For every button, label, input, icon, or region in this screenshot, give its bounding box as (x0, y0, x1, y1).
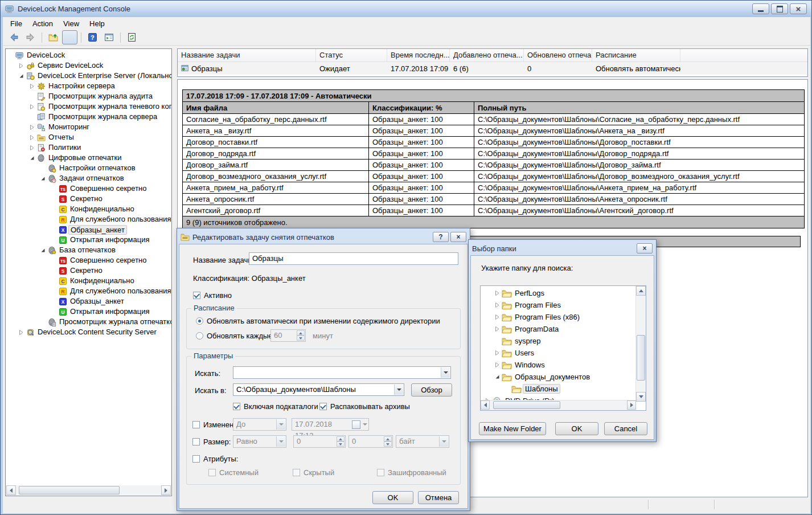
folder-tree-item[interactable]: Шаблоны (481, 383, 636, 395)
tree-expander-icon[interactable] (19, 73, 26, 79)
folder-tree-item[interactable]: Program Files (481, 299, 636, 311)
active-checkbox-row[interactable]: Активно (193, 291, 232, 300)
tree-item[interactable]: TSСовершенно секретно (6, 255, 171, 265)
auto-update-radio-row[interactable]: Обновлять автоматически при изменении со… (196, 317, 440, 325)
toolbar-help-button[interactable]: ? (85, 30, 100, 44)
minimize-button[interactable] (752, 3, 769, 14)
tree-item[interactable]: DeviceLock Content Security Server (6, 327, 171, 337)
folder-tree-item[interactable]: Program Files (x86) (481, 311, 636, 323)
tree-item[interactable]: UОткрытая информация (6, 306, 171, 317)
tree-expander-icon[interactable] (495, 290, 502, 296)
table-row[interactable]: Анкета_прием_на_работу.rtfОбразцы_анкет:… (183, 182, 805, 194)
tree-item[interactable]: Задачи отпечатков (6, 173, 171, 183)
include-subfolders-row[interactable]: Включая подкаталоги (233, 402, 318, 411)
unpack-archives-row[interactable]: Распаковывать архивы (319, 402, 410, 411)
folder-tree-item[interactable]: Windows (481, 359, 636, 371)
interval-radio-row[interactable]: Обновлять каждые (196, 332, 273, 340)
scroll-down-button[interactable] (636, 392, 646, 402)
dropdown-arrow-icon[interactable] (394, 385, 403, 395)
tree-item[interactable]: RДля служебного пользования (6, 286, 171, 296)
tree-expander-icon[interactable] (30, 124, 37, 130)
column-header-last-time[interactable]: Время последн... (387, 49, 450, 62)
snapshot-column-header[interactable]: Полный путь (474, 102, 805, 114)
size-checkbox[interactable] (192, 438, 200, 445)
tree-horizontal-scrollbar[interactable] (6, 485, 171, 495)
make-new-folder-button[interactable]: Make New Folder (479, 422, 546, 435)
tree-item[interactable]: Мониторинг (6, 122, 171, 132)
tree-item[interactable]: SСекретно (6, 265, 171, 276)
scroll-thumb[interactable] (19, 486, 120, 494)
tree-item[interactable]: База отпечатков (6, 245, 171, 255)
scroll-right-button[interactable] (161, 485, 171, 495)
modified-op-combobox[interactable]: До (233, 418, 286, 431)
modified-row[interactable]: Изменен: (192, 420, 236, 429)
scroll-left-button[interactable] (481, 400, 490, 410)
attr-encrypted-row[interactable]: Зашифрованный (377, 468, 446, 477)
modified-datetime-field[interactable]: 17.07.2018 17:12 (292, 418, 369, 431)
column-header-added[interactable]: Добавлено отпеча... (450, 49, 524, 62)
tree-expander-icon[interactable] (30, 145, 37, 151)
tree-expander-icon[interactable] (495, 374, 502, 380)
include-subfolders-checkbox[interactable] (233, 403, 240, 410)
tree-expander-icon[interactable] (495, 326, 502, 332)
tree-item[interactable]: Сервис DeviceLock (6, 60, 171, 71)
scroll-right-button[interactable] (627, 400, 636, 410)
attr-system-checkbox[interactable] (208, 469, 216, 476)
toolbar-up-folder-button[interactable] (46, 30, 61, 44)
folder-vertical-scrollbar[interactable] (635, 286, 646, 401)
dialog-close-button[interactable]: × (637, 243, 653, 254)
toolbar-forward-button[interactable] (23, 30, 38, 44)
interval-spinner[interactable]: 60 (270, 329, 306, 342)
attr-hidden-checkbox[interactable] (293, 469, 300, 476)
menu-view[interactable]: View (58, 18, 84, 29)
column-header-status[interactable]: Статус (316, 49, 387, 62)
active-checkbox[interactable] (193, 292, 200, 299)
folder-cancel-button[interactable]: Cancel (604, 422, 647, 435)
tree-item[interactable]: Настройки сервера (6, 81, 171, 91)
snapshot-column-header[interactable]: Классификации: % (369, 102, 474, 114)
attr-system-row[interactable]: Системный (208, 468, 259, 477)
tree-item[interactable]: Просмотрщик журнала отпечатков (6, 317, 171, 327)
size-row[interactable]: Размер: (192, 438, 231, 446)
tree-expander-icon[interactable] (40, 175, 48, 182)
column-header-schedule[interactable]: Расписание (592, 49, 680, 62)
tree-item[interactable]: RДля служебного пользования (6, 214, 171, 224)
tree-item[interactable]: Настройки отпечатков (6, 163, 171, 173)
tree-item[interactable]: XОбразцы_анкет (6, 224, 171, 235)
cancel-button[interactable]: Отмена (418, 491, 459, 504)
tree-item[interactable]: Просмотрщик журнала сервера (6, 112, 171, 122)
close-button[interactable]: × (790, 3, 807, 14)
dialog-help-button[interactable]: ? (433, 232, 449, 242)
menu-file[interactable]: File (5, 18, 27, 29)
scroll-left-button[interactable] (6, 485, 16, 495)
size-max-spinner[interactable]: 0 (348, 435, 393, 448)
tree-item[interactable]: Цифровые отпечатки (6, 153, 171, 163)
folder-tree-item[interactable]: ProgramData (481, 323, 636, 335)
tree-expander-icon[interactable] (30, 155, 37, 161)
task-name-input[interactable]: Образцы (249, 252, 458, 265)
tree-item[interactable]: CКонфиденциально (6, 204, 171, 214)
table-row[interactable]: Анкета_на _визу.rtfОбразцы_анкет: 100C:\… (183, 125, 805, 137)
table-row[interactable]: Договор_возмездного_оказания_услуг.rtfОб… (183, 171, 805, 182)
calendar-icon[interactable] (352, 420, 360, 429)
scroll-up-button[interactable] (636, 286, 646, 296)
interval-radio[interactable] (196, 332, 203, 340)
folder-tree-item[interactable]: PerfLogs (481, 287, 636, 299)
scroll-thumb[interactable] (637, 335, 645, 381)
attr-hidden-row[interactable]: Скрытый (293, 468, 334, 477)
tree-item[interactable]: Политики (6, 142, 171, 153)
tree-item[interactable]: CКонфиденциально (6, 276, 171, 286)
spin-up-icon[interactable] (297, 330, 305, 336)
folder-horizontal-scrollbar[interactable] (481, 400, 636, 410)
tree-expander-icon[interactable] (30, 83, 37, 89)
browse-button[interactable]: Обзор (411, 383, 452, 397)
tree-item[interactable]: DeviceLock Enterprise Server (Локально, … (6, 71, 171, 81)
attributes-row[interactable]: Атрибуты: (192, 455, 238, 463)
tree-item[interactable]: Просмотрщик журнала аудита (6, 91, 171, 101)
tree-expander-icon[interactable] (40, 247, 48, 254)
task-row[interactable]: Образцы Ожидает 17.07.2018 17:09 6 (6) 0… (178, 62, 807, 75)
spin-down-icon[interactable] (297, 336, 305, 341)
tree-expander-icon[interactable] (19, 329, 26, 336)
tree-item[interactable]: SСекретно (6, 194, 171, 204)
folder-ok-button[interactable]: OK (555, 422, 598, 435)
